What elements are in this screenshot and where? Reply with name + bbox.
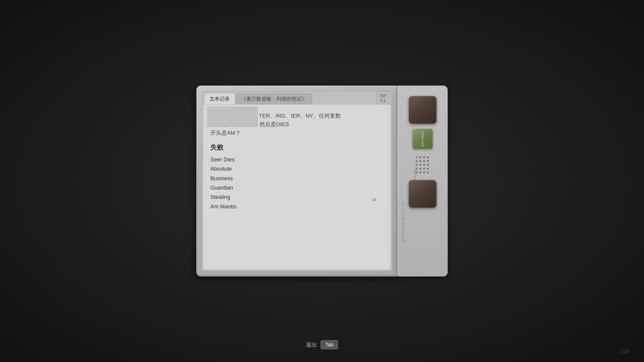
list-item-stealing: Stealing	[210, 192, 383, 202]
speaker-dot	[423, 168, 425, 170]
speaker-dot	[427, 160, 429, 162]
speaker-dot	[427, 156, 429, 158]
screen: 文本记录 《巢穴数据板：列维的笔记》 SW2.1 最后的字母是ION、TER、I…	[202, 91, 392, 271]
exit-label: 退出	[306, 341, 317, 349]
tab-nest-data[interactable]: 《巢穴数据板：列维的笔记》	[236, 93, 312, 104]
speaker-dot	[419, 171, 421, 173]
speaker-dot	[427, 168, 429, 170]
speaker-dot	[416, 164, 418, 166]
slate-body: 文本记录 《巢穴数据板：列维的笔记》 SW2.1 最后的字母是ION、TER、I…	[196, 85, 397, 277]
tab-bar: 文本记录 《巢穴数据板：列维的笔记》 SW2.1	[202, 92, 391, 105]
speaker-dot	[416, 156, 418, 158]
top-button[interactable]	[409, 96, 436, 124]
speaker-dot	[419, 164, 421, 166]
speaker-dot	[416, 160, 418, 162]
dataslate-label: DATASLATE DS-2CV-C3	[402, 202, 405, 242]
speaker-dot	[427, 164, 429, 166]
device: 文本记录 《巢穴数据板：列维的笔记》 SW2.1 最后的字母是ION、TER、I…	[196, 85, 448, 277]
watermark: 九游	[620, 348, 629, 354]
speaker-dot	[419, 156, 421, 158]
bottom-bar: 退出 Tab	[306, 340, 338, 349]
list-item-am-mantis: Am Mantis	[210, 202, 383, 211]
options-label: OPTIONS	[421, 131, 424, 147]
list-item-3: Business	[210, 174, 383, 183]
list-item-1: Seer Dies	[210, 155, 383, 164]
controls-panel: STARWARE OPTIONS	[397, 85, 448, 277]
speaker-dot	[423, 164, 425, 166]
list-item-4: Guardian	[210, 183, 383, 192]
bottom-button[interactable]	[409, 180, 436, 208]
speaker-dot	[423, 156, 425, 158]
tab-text-log[interactable]: 文本记录	[204, 93, 235, 104]
speaker-dot	[423, 171, 425, 173]
list-item-2: Absolute	[210, 164, 383, 173]
description-line-3: 开头是AM？	[210, 129, 383, 137]
options-button[interactable]: OPTIONS	[413, 129, 433, 149]
failure-section: 失败 Seer Dies Absolute Business Guardian …	[210, 142, 383, 211]
thumbnail-area	[207, 107, 258, 127]
tab-key[interactable]: Tab	[320, 340, 338, 349]
section-title: 失败	[210, 142, 383, 153]
speaker-dot	[423, 160, 425, 162]
speaker-dot	[419, 160, 421, 162]
speaker-grid	[416, 156, 429, 174]
sw-version: SW2.1	[376, 92, 389, 104]
speaker-dot	[419, 168, 421, 170]
speaker-dot	[427, 171, 429, 173]
